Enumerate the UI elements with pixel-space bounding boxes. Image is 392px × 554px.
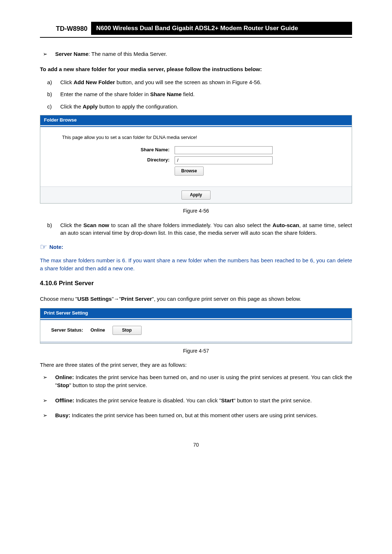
panel-body: This page allow you to set a scan folder…	[40, 127, 352, 186]
stop-button[interactable]: Stop	[113, 326, 142, 335]
figure-caption: Figure 4-56	[40, 207, 352, 214]
step-b2: b) Click the Scan now to scan all the sh…	[47, 221, 352, 237]
page-header: TD-W8980 N600 Wireless Dual Band Gigabit…	[40, 22, 352, 35]
step-text: Enter the name of the share folder in Sh…	[60, 90, 352, 98]
bullet-text: Offline: Indicates the print service fea…	[55, 397, 352, 405]
abc-steps: a) Click Add New Folder button, and you …	[47, 78, 352, 111]
model-number: TD-W8980	[40, 22, 91, 35]
state-online: ➢ Online: Indicates the print service ha…	[43, 373, 352, 389]
text: Indicates the print service has been tur…	[70, 412, 318, 418]
step-marker: a)	[47, 78, 60, 86]
text: button to apply the configuration.	[98, 103, 178, 110]
panel-intro-text: This page allow you to set a scan folder…	[62, 134, 330, 141]
text-bold: Print Server	[121, 296, 152, 302]
text: ", you can configure print server on thi…	[152, 296, 301, 302]
step-a: a) Click Add New Folder button, and you …	[47, 78, 352, 86]
text-bold: Apply	[83, 103, 98, 110]
step-b: b) Enter the name of the share folder in…	[47, 90, 352, 98]
panel-title: Folder Browse	[40, 115, 352, 126]
step-marker: c)	[47, 103, 60, 111]
note-label: Note:	[49, 243, 63, 251]
share-name-row: Share Name:	[62, 146, 330, 154]
states-intro: There are three states of the print serv…	[40, 361, 352, 369]
chevron-right-icon: ➢	[43, 397, 55, 405]
panel-footer: Apply	[40, 186, 352, 203]
print-server-intro: Choose menu "USB Settings"→"Print Server…	[40, 295, 352, 303]
bullet-text: Busy: Indicates the print service has be…	[55, 411, 352, 419]
step-text: Click the Scan now to scan all the share…	[60, 221, 352, 237]
text-bold: USB Settings	[77, 296, 112, 302]
text-bold: Scan now	[83, 222, 109, 228]
step-b2-wrapper: b) Click the Scan now to scan all the sh…	[47, 221, 352, 237]
text-bold: Share Name	[150, 91, 182, 97]
page-number: 70	[40, 441, 352, 448]
bullet-text: Online: Indicates the print service has …	[55, 373, 352, 389]
step-c: c) Click the Apply button to apply the c…	[47, 103, 352, 111]
server-status-label: Server Status:	[51, 327, 83, 334]
hand-pointer-icon: ☞	[40, 241, 47, 253]
text: " button to start the print service.	[233, 397, 311, 403]
section-heading: 4.10.6 Print Server	[40, 279, 352, 288]
state-busy: ➢ Busy: Indicates the print service has …	[43, 411, 352, 419]
text-bold: Stop	[57, 382, 69, 388]
text: "→"	[112, 296, 121, 302]
step-marker: b)	[47, 221, 60, 237]
step-marker: b)	[47, 90, 60, 98]
text: field.	[181, 91, 195, 97]
text: Choose menu "	[40, 296, 77, 302]
text: Click the	[60, 222, 83, 228]
chevron-right-icon: ➢	[43, 373, 55, 381]
server-name-rest: : The name of this Media Server.	[89, 51, 167, 57]
step-text: Click Add New Folder button, and you wil…	[60, 78, 352, 86]
chevron-right-icon: ➢	[43, 411, 55, 419]
text: Enter the name of the share folder in	[60, 91, 150, 97]
text: to scan all the share folders immediatel…	[109, 222, 273, 228]
add-folder-heading: To add a new share folder for your media…	[40, 65, 352, 73]
text-bold: Add New Folder	[74, 79, 115, 85]
text: Click the	[60, 103, 83, 110]
panel-bottom-stripe	[40, 341, 352, 343]
chevron-right-icon: ➢	[43, 50, 55, 58]
apply-button[interactable]: Apply	[181, 190, 211, 200]
text-bold: Start	[221, 397, 233, 403]
share-name-label: Share Name:	[62, 147, 175, 153]
directory-label: Directory:	[62, 157, 175, 164]
state-offline: ➢ Offline: Indicates the print service f…	[43, 397, 352, 405]
bullet-text: Server Name: The name of this Media Serv…	[55, 50, 352, 58]
header-underline	[40, 37, 352, 38]
state-label: Offline:	[55, 397, 74, 403]
server-status-value: Online	[90, 327, 105, 334]
figure-caption: Figure 4-57	[40, 347, 352, 354]
server-name-label: Server Name	[55, 51, 89, 57]
step-text: Click the Apply button to apply the conf…	[60, 103, 352, 111]
server-name-bullet: ➢ Server Name: The name of this Media Se…	[43, 50, 352, 58]
browse-button[interactable]: Browse	[175, 167, 204, 176]
panel-body: Server Status: Online Stop	[40, 320, 352, 341]
directory-row: Directory:	[62, 156, 330, 164]
text-bold: Auto-scan	[273, 222, 299, 228]
state-label: Busy:	[55, 412, 70, 418]
browse-row: Browse	[62, 167, 330, 176]
text: Indicates the print service feature is d…	[74, 397, 221, 403]
text: button, and you will see the screen as s…	[115, 79, 262, 85]
directory-input[interactable]	[175, 156, 273, 164]
print-server-panel: Print Server Setting Server Status: Onli…	[40, 308, 352, 344]
share-name-input[interactable]	[175, 146, 273, 154]
panel-title: Print Server Setting	[40, 308, 352, 319]
note-body: The max share folders number is 6. If yo…	[40, 257, 352, 272]
folder-browse-panel: Folder Browse This page allow you to set…	[40, 115, 352, 204]
text: Click	[60, 79, 74, 85]
guide-title: N600 Wireless Dual Band Gigabit ADSL2+ M…	[91, 22, 352, 35]
state-label: Online:	[55, 374, 74, 380]
note-header: ☞ Note:	[40, 241, 352, 253]
text: " button to stop the print service.	[69, 382, 147, 388]
